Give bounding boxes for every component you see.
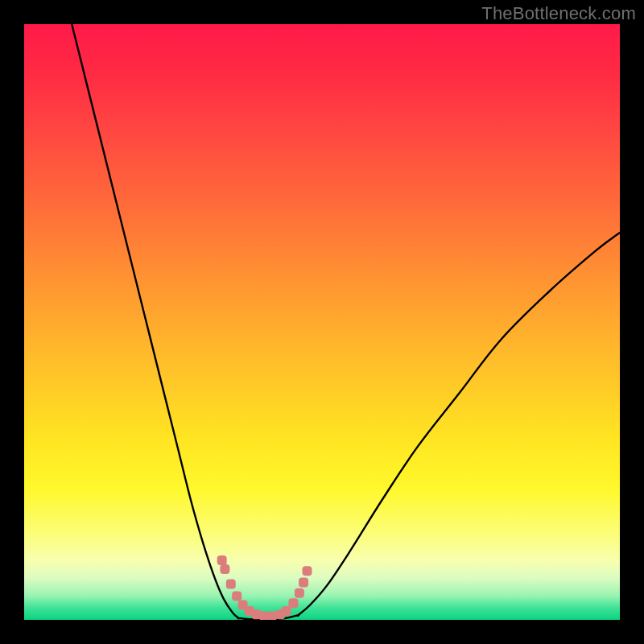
chart-svg [24, 24, 620, 620]
marker-dot [295, 588, 304, 598]
marker-dot [303, 566, 312, 576]
bottleneck-curve [72, 24, 620, 620]
marker-dot [299, 577, 308, 587]
outer-frame: TheBottleneck.com [0, 0, 644, 644]
plot-area [24, 24, 620, 620]
marker-dot [226, 580, 236, 589]
marker-dot [217, 555, 227, 565]
marker-dot [282, 606, 291, 616]
marker-dot [220, 564, 229, 574]
marker-dot [288, 598, 298, 608]
marker-dot [267, 612, 277, 620]
watermark-text: TheBottleneck.com [481, 3, 636, 24]
marker-dot [232, 591, 242, 601]
